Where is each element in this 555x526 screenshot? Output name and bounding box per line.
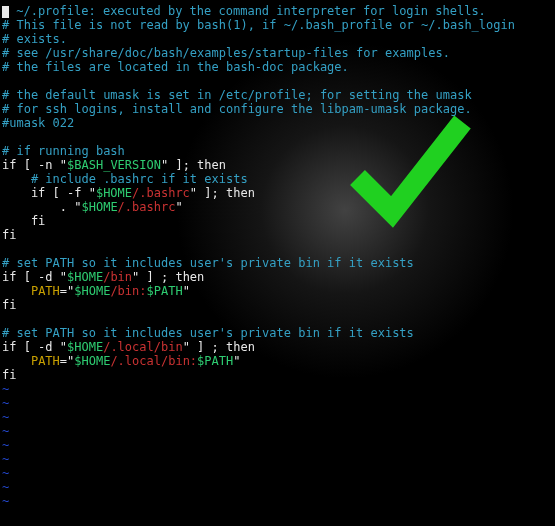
editor-line: # for ssh logins, install and configure … bbox=[2, 102, 553, 116]
editor-line: # set PATH so it includes user's private… bbox=[2, 326, 553, 340]
code-token-plain: fi bbox=[2, 228, 16, 242]
code-token-str: /bin bbox=[103, 270, 132, 284]
code-token-str: /bin: bbox=[110, 284, 146, 298]
code-token-plain bbox=[2, 354, 31, 368]
code-token-plain: fi bbox=[2, 298, 16, 312]
code-token-plain: " ] ; then bbox=[183, 340, 255, 354]
code-token-plain: if [ -d " bbox=[2, 340, 67, 354]
vim-tilde: ~ bbox=[2, 424, 9, 438]
code-token-var: $HOME bbox=[67, 340, 103, 354]
editor-line: ~ bbox=[2, 494, 553, 508]
code-token-var: $HOME bbox=[74, 354, 110, 368]
comment-text: # for ssh logins, install and configure … bbox=[2, 102, 472, 116]
editor-line: ~ bbox=[2, 438, 553, 452]
code-token-str: /.local/bin bbox=[103, 340, 182, 354]
editor-line bbox=[2, 74, 553, 88]
code-token-var: $BASH_VERSION bbox=[67, 158, 161, 172]
vim-tilde: ~ bbox=[2, 382, 9, 396]
vim-tilde: ~ bbox=[2, 410, 9, 424]
editor-line: # the files are located in the bash-doc … bbox=[2, 60, 553, 74]
comment-text: # This file is not read by bash(1), if ~… bbox=[2, 18, 515, 32]
editor-line: . "$HOME/.bashrc" bbox=[2, 200, 553, 214]
code-token-plain: " ] ; then bbox=[132, 270, 204, 284]
comment-text: # set PATH so it includes user's private… bbox=[2, 256, 414, 270]
editor-line: fi bbox=[2, 368, 553, 382]
code-token-plain: " bbox=[183, 284, 190, 298]
editor-line: ~ bbox=[2, 452, 553, 466]
editor-line: PATH="$HOME/bin:$PATH" bbox=[2, 284, 553, 298]
comment-text: # the files are located in the bash-doc … bbox=[2, 60, 349, 74]
editor-line: ~ bbox=[2, 424, 553, 438]
code-token-var: $HOME bbox=[96, 186, 132, 200]
code-token-plain: if [ -f " bbox=[2, 186, 96, 200]
comment-text: # exists. bbox=[2, 32, 67, 46]
editor-line: # see /usr/share/doc/bash/examples/start… bbox=[2, 46, 553, 60]
editor-line: if [ -f "$HOME/.bashrc" ]; then bbox=[2, 186, 553, 200]
editor-line: PATH="$HOME/.local/bin:$PATH" bbox=[2, 354, 553, 368]
vim-tilde: ~ bbox=[2, 438, 9, 452]
editor-line: ~ bbox=[2, 466, 553, 480]
code-token-plain: fi bbox=[2, 214, 45, 228]
code-token-plain: =" bbox=[60, 284, 74, 298]
code-token-plain bbox=[2, 284, 31, 298]
editor-line: # exists. bbox=[2, 32, 553, 46]
code-token-var: $HOME bbox=[67, 270, 103, 284]
editor-line: # the default umask is set in /etc/profi… bbox=[2, 88, 553, 102]
editor-line: # include .bashrc if it exists bbox=[2, 172, 553, 186]
code-token-plain: " bbox=[175, 200, 182, 214]
code-token-var: $PATH bbox=[197, 354, 233, 368]
editor-line: fi bbox=[2, 298, 553, 312]
comment-text: ~/.profile: executed by the command inte… bbox=[9, 4, 486, 18]
editor-line: ~ bbox=[2, 382, 553, 396]
code-token-plain: =" bbox=[60, 354, 74, 368]
code-token-plain: if [ -d " bbox=[2, 270, 67, 284]
code-token-plain: fi bbox=[2, 368, 16, 382]
editor-line: ~ bbox=[2, 410, 553, 424]
code-token-str: /.bashrc bbox=[118, 200, 176, 214]
editor-line: if [ -d "$HOME/.local/bin" ] ; then bbox=[2, 340, 553, 354]
vim-tilde: ~ bbox=[2, 480, 9, 494]
code-token-plain: if [ -n " bbox=[2, 158, 67, 172]
code-token-plain: " ]; then bbox=[161, 158, 226, 172]
code-token-plain: " bbox=[233, 354, 240, 368]
code-token-str: /.local/bin: bbox=[110, 354, 197, 368]
editor-line: fi bbox=[2, 228, 553, 242]
editor-line: # if running bash bbox=[2, 144, 553, 158]
code-token-plain: . " bbox=[2, 200, 81, 214]
comment-text: # set PATH so it includes user's private… bbox=[2, 326, 414, 340]
code-token-key: PATH bbox=[31, 284, 60, 298]
editor-line: ~/.profile: executed by the command inte… bbox=[2, 4, 553, 18]
editor-line: ~ bbox=[2, 480, 553, 494]
editor-line bbox=[2, 130, 553, 144]
comment-text: # if running bash bbox=[2, 144, 125, 158]
editor-line bbox=[2, 312, 553, 326]
vim-tilde: ~ bbox=[2, 396, 9, 410]
code-token-var: $HOME bbox=[74, 284, 110, 298]
code-token-var: $HOME bbox=[81, 200, 117, 214]
editor-line: fi bbox=[2, 214, 553, 228]
code-token-str: /.bashrc bbox=[132, 186, 190, 200]
editor-line: ~ bbox=[2, 396, 553, 410]
comment-text: # see /usr/share/doc/bash/examples/start… bbox=[2, 46, 450, 60]
code-token-key: PATH bbox=[31, 354, 60, 368]
editor-line bbox=[2, 242, 553, 256]
code-token-var: $PATH bbox=[147, 284, 183, 298]
comment-text: # include .bashrc if it exists bbox=[2, 172, 248, 186]
terminal-editor[interactable]: ~/.profile: executed by the command inte… bbox=[0, 0, 555, 512]
comment-text: # the default umask is set in /etc/profi… bbox=[2, 88, 472, 102]
vim-tilde: ~ bbox=[2, 452, 9, 466]
editor-line: #umask 022 bbox=[2, 116, 553, 130]
code-token-plain: " ]; then bbox=[190, 186, 255, 200]
comment-text: #umask 022 bbox=[2, 116, 74, 130]
editor-line: # This file is not read by bash(1), if ~… bbox=[2, 18, 553, 32]
vim-tilde: ~ bbox=[2, 466, 9, 480]
vim-tilde: ~ bbox=[2, 494, 9, 508]
text-cursor bbox=[2, 6, 9, 18]
editor-line: if [ -d "$HOME/bin" ] ; then bbox=[2, 270, 553, 284]
editor-line: # set PATH so it includes user's private… bbox=[2, 256, 553, 270]
editor-line: if [ -n "$BASH_VERSION" ]; then bbox=[2, 158, 553, 172]
